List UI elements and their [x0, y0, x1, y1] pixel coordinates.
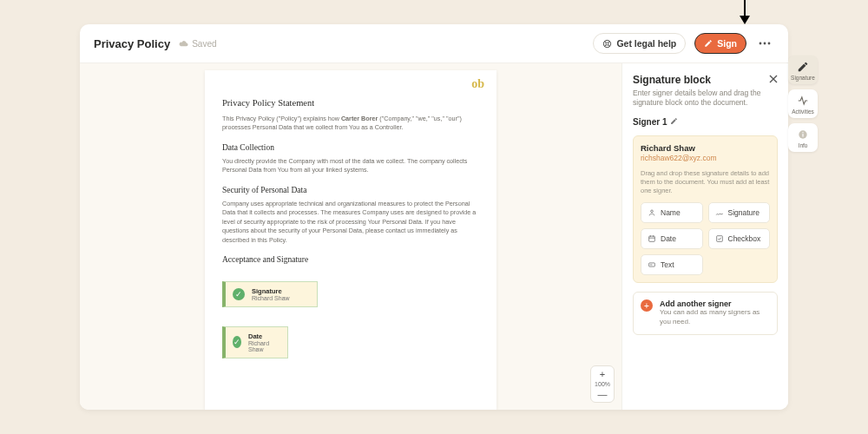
doc-section-heading: Data Collection — [222, 143, 479, 152]
lifesaver-icon — [602, 39, 612, 49]
right-rail: Signature Activities Info — [788, 56, 819, 152]
more-menu-button[interactable] — [755, 34, 774, 53]
signer-card: Richard Shaw richshaw622@xyz.com Drag an… — [633, 135, 778, 283]
text-icon — [648, 260, 656, 269]
doc-intro: This Privacy Policy ("Policy") explains … — [222, 115, 479, 133]
info-icon — [797, 128, 809, 141]
app-window: Privacy Policy Saved Get legal help Sign… — [80, 24, 788, 410]
placed-date-block[interactable]: ✓ Date Richard Shaw — [222, 326, 288, 358]
main-area: ob Privacy Policy Statement This Privacy… — [80, 63, 788, 410]
signature-panel: Signature block Enter signer details bel… — [621, 63, 788, 410]
doc-section-body: You directly provide the Company with mo… — [222, 157, 479, 175]
rail-tab-info[interactable]: Info — [788, 123, 818, 152]
signer-email: richshaw622@xyz.com — [641, 154, 770, 162]
add-signer-button[interactable]: + Add another signer You can add as many… — [633, 292, 778, 335]
signer-heading: Signer 1 — [633, 117, 778, 127]
svg-rect-6 — [649, 236, 655, 241]
svg-point-1 — [606, 42, 608, 44]
dots-icon — [759, 42, 771, 45]
save-indicator: Saved — [179, 39, 216, 49]
checkbox-icon — [715, 234, 724, 243]
sign-button[interactable]: Sign — [694, 33, 746, 54]
pen-icon — [797, 61, 809, 73]
zoom-out-button[interactable]: — — [595, 389, 609, 399]
svg-rect-7 — [716, 236, 722, 242]
get-legal-help-button[interactable]: Get legal help — [593, 33, 686, 54]
svg-rect-11 — [802, 132, 803, 133]
close-icon — [769, 75, 778, 83]
signature-icon — [715, 208, 724, 217]
activity-icon — [797, 95, 809, 107]
edit-signer-button[interactable] — [670, 117, 678, 127]
rail-tab-signature[interactable]: Signature — [788, 56, 818, 84]
svg-marker-13 — [740, 16, 750, 24]
doc-heading: Privacy Policy Statement — [222, 98, 479, 108]
svg-point-4 — [768, 43, 771, 45]
cloud-icon — [179, 40, 188, 47]
doc-section-body: Company uses appropriate technical and o… — [222, 200, 479, 245]
pencil-icon — [670, 117, 678, 125]
doc-section-heading: Security of Personal Data — [222, 186, 479, 194]
rail-tab-activities[interactable]: Activities — [788, 89, 818, 118]
zoom-in-button[interactable]: + — [595, 369, 609, 379]
check-icon: ✓ — [233, 288, 245, 300]
zoom-level: 100% — [595, 381, 610, 387]
panel-title: Signature block — [633, 74, 769, 86]
placed-signature-block[interactable]: ✓ Signature Richard Shaw — [222, 281, 318, 307]
svg-rect-10 — [802, 134, 803, 137]
annotation-arrow-icon — [736, 0, 753, 24]
close-panel-button[interactable] — [769, 74, 778, 86]
field-chip-signature[interactable]: Signature — [708, 202, 771, 223]
doc-section-heading: Acceptance and Signature — [222, 255, 479, 264]
svg-point-3 — [764, 43, 766, 45]
panel-description: Enter signer details below and drag the … — [633, 89, 769, 108]
zoom-controls: + 100% — — [590, 365, 615, 403]
svg-point-5 — [651, 210, 654, 213]
header-bar: Privacy Policy Saved Get legal help Sign — [80, 24, 788, 63]
check-icon: ✓ — [233, 336, 241, 348]
calendar-icon — [648, 234, 656, 243]
field-chip-text[interactable]: Text — [641, 254, 703, 275]
field-chip-grid: Name Signature Date Checkbox — [641, 202, 770, 275]
person-icon — [648, 208, 656, 217]
field-chip-date[interactable]: Date — [641, 228, 703, 249]
svg-point-2 — [760, 43, 762, 45]
page-title: Privacy Policy — [94, 37, 170, 50]
document-page: ob Privacy Policy Statement This Privacy… — [205, 70, 496, 410]
field-chip-checkbox[interactable]: Checkbox — [708, 228, 771, 249]
plus-icon: + — [641, 299, 653, 312]
signer-help-text: Drag and drop these signature details to… — [641, 169, 770, 195]
signer-name: Richard Shaw — [641, 143, 770, 153]
brand-logo-icon: ob — [471, 77, 484, 91]
pen-icon — [704, 39, 713, 48]
field-chip-name[interactable]: Name — [641, 202, 703, 223]
document-viewer[interactable]: ob Privacy Policy Statement This Privacy… — [80, 63, 621, 410]
